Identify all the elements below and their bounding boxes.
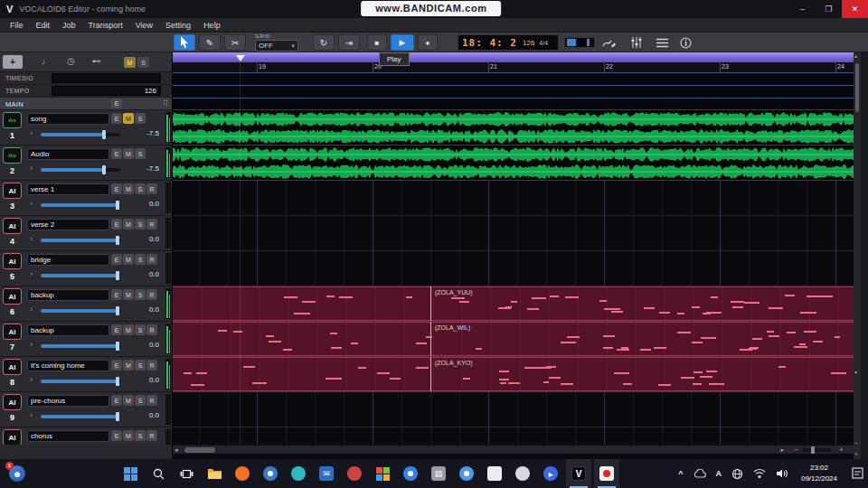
mute-button[interactable]: M [123, 360, 134, 371]
note[interactable] [331, 347, 343, 349]
note[interactable] [835, 336, 840, 338]
edit-button[interactable]: E [111, 113, 122, 124]
edit-button[interactable]: E [111, 219, 122, 230]
mute-button[interactable]: M [123, 148, 134, 159]
record-arm-button[interactable]: R [146, 395, 157, 406]
note[interactable] [785, 295, 795, 296]
note[interactable] [603, 335, 615, 337]
list-button[interactable] [651, 34, 673, 51]
volume-slider[interactable] [41, 203, 120, 207]
mute-button[interactable]: M [123, 113, 134, 124]
app-icon-gray[interactable]: ▤ [426, 459, 451, 488]
note[interactable] [252, 382, 267, 384]
note[interactable] [614, 372, 630, 374]
pencil-tool-button[interactable]: ✎ [199, 34, 221, 51]
stop-button[interactable]: ■ [367, 34, 387, 51]
note[interactable] [527, 308, 539, 310]
volume-slider[interactable] [41, 239, 120, 242]
edit-button[interactable]: E [111, 395, 122, 406]
note[interactable] [769, 307, 783, 309]
timeline-row-2[interactable] [173, 145, 854, 181]
note[interactable] [184, 372, 192, 374]
hzoom-slider[interactable] [802, 448, 831, 452]
solo-button[interactable]: S [135, 148, 146, 159]
note[interactable] [681, 377, 694, 379]
timeline-row-10[interactable] [173, 427, 854, 445]
note[interactable] [731, 301, 744, 303]
vzoom-in-button[interactable]: + [854, 451, 858, 457]
expand-arrow[interactable]: › [30, 128, 33, 137]
solo-button[interactable]: S [135, 324, 146, 335]
volume-slider[interactable] [41, 274, 120, 277]
track-5[interactable]: AI5bridgeEMSR›0.0 [0, 251, 172, 286]
record-arm-button[interactable]: R [146, 183, 157, 194]
note[interactable] [706, 371, 718, 372]
volume-slider[interactable] [41, 415, 120, 418]
track-name-field[interactable]: it's coming home [27, 360, 109, 371]
edit-button[interactable]: E [111, 360, 122, 371]
edit-button[interactable]: E [111, 324, 122, 335]
note[interactable] [709, 383, 725, 385]
master-solo-button[interactable]: S [137, 57, 149, 68]
note[interactable] [701, 337, 716, 339]
note[interactable] [621, 347, 629, 349]
note[interactable] [767, 331, 774, 333]
note[interactable] [266, 335, 274, 337]
solo-button[interactable]: S [135, 395, 146, 406]
main-lane[interactable] [173, 98, 854, 110]
note[interactable] [749, 348, 756, 350]
solo-button[interactable]: S [135, 289, 146, 300]
note[interactable] [778, 366, 786, 368]
menu-transport[interactable]: Transport [82, 21, 129, 30]
track-10[interactable]: AI10chorusEMSR›0.0 [0, 427, 172, 445]
expand-arrow[interactable]: › [30, 164, 33, 173]
note[interactable] [196, 372, 207, 374]
timeline-row-5[interactable] [173, 251, 854, 286]
track-6[interactable]: AI6backupEMSR›0.0 [0, 286, 172, 322]
volume-slider[interactable] [41, 344, 120, 348]
language-globe-icon[interactable] [731, 468, 743, 480]
solo-button[interactable]: S [135, 219, 146, 230]
note[interactable] [339, 296, 353, 298]
note[interactable] [451, 297, 465, 299]
note[interactable] [330, 333, 336, 334]
note[interactable] [787, 332, 796, 333]
edge-icon[interactable] [286, 459, 311, 488]
vocaloid-icon[interactable]: V [566, 459, 591, 488]
note[interactable] [524, 367, 535, 369]
search-button[interactable] [146, 459, 171, 488]
note[interactable] [390, 378, 401, 380]
note[interactable] [358, 367, 366, 369]
record-arm-button[interactable]: R [146, 289, 157, 300]
track-area[interactable]: (ZOLA_YUU)(ZOLA_WIL)(ZOLA_KYO) [173, 110, 854, 445]
vertical-scrollbar[interactable]: ▴ ▾ − + [854, 52, 861, 459]
add-track-button[interactable]: + [3, 55, 23, 69]
app-grid-icon[interactable] [370, 459, 395, 488]
start-button[interactable] [118, 459, 143, 488]
note[interactable] [499, 379, 509, 380]
note[interactable] [541, 367, 552, 369]
connector-icon[interactable]: ⊷ [92, 56, 101, 66]
note[interactable] [603, 347, 612, 349]
track-name-field[interactable]: Audio [27, 148, 109, 160]
note[interactable] [703, 313, 711, 314]
edit-button[interactable]: E [111, 289, 122, 300]
note[interactable] [692, 342, 703, 343]
note[interactable] [800, 312, 816, 314]
main-edit-button[interactable]: E [111, 99, 122, 108]
timeline-row-6[interactable]: (ZOLA_YUU) [173, 286, 854, 322]
track-name-field[interactable]: backup [27, 289, 109, 301]
volume-slider[interactable] [41, 168, 120, 172]
note[interactable] [508, 382, 520, 384]
note[interactable] [604, 308, 619, 310]
note[interactable] [459, 301, 469, 303]
record-button[interactable]: ● [418, 34, 438, 51]
playhead-marker[interactable] [236, 55, 245, 61]
menu-edit[interactable]: Edit [30, 21, 57, 30]
note[interactable] [813, 341, 823, 343]
note[interactable] [617, 349, 629, 351]
note[interactable] [218, 330, 227, 332]
pointer-tool-button[interactable] [174, 34, 195, 51]
note[interactable] [693, 371, 703, 373]
note[interactable] [500, 382, 506, 384]
